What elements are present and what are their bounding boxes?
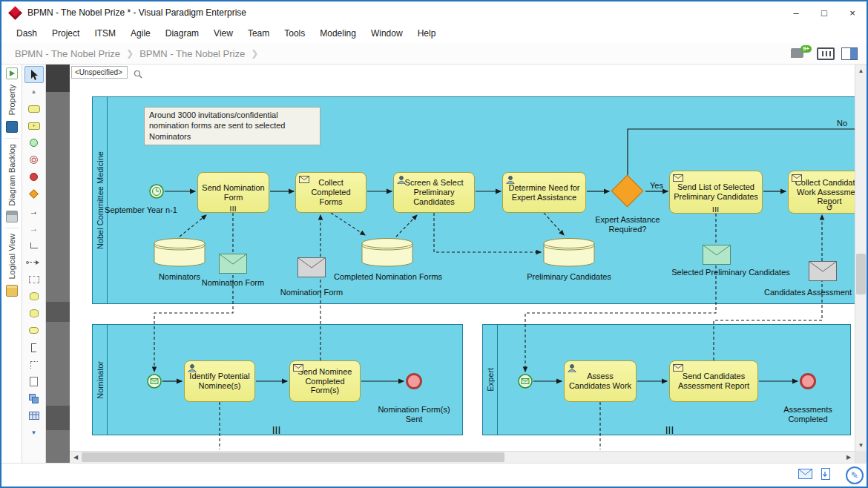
snapshot-button[interactable]	[817, 47, 835, 60]
end-event-nomination-forms-sent[interactable]	[406, 373, 422, 389]
cylinder-icon	[154, 237, 206, 267]
data-store-completed-nomination-forms[interactable]	[361, 237, 413, 270]
default-flow-tool[interactable]: →	[24, 220, 44, 237]
task-send-nomination-form[interactable]: Send Nomination Form |||	[197, 172, 269, 213]
horizontal-scrollbar-thumb[interactable]	[82, 452, 504, 462]
task-determine-need-for-expert-assistance[interactable]: Determine Need for Expert Assistance	[502, 172, 586, 213]
menu-dash[interactable]: Dash	[9, 25, 45, 42]
end-event-tool[interactable]	[24, 168, 44, 185]
start-message-event-expert[interactable]	[518, 374, 533, 392]
message-nomination-form-green[interactable]	[219, 254, 247, 277]
menu-itsm[interactable]: ITSM	[87, 25, 123, 42]
task-send-nominee-completed-forms[interactable]: Send Nominee Completed Form(s)	[289, 360, 361, 402]
task-send-candidates-assessment-report[interactable]: Send Candidates Assessment Report	[669, 360, 758, 402]
scroll-right-arrow[interactable]: ▶	[843, 452, 855, 463]
minimize-button[interactable]: –	[782, 1, 810, 24]
mail-icon[interactable]	[798, 469, 812, 482]
breadcrumb: BPMN - The Nobel Prize ❯ BPMN - The Nobe…	[1, 43, 867, 65]
breadcrumb-item-1[interactable]: BPMN - The Nobel Prize	[10, 48, 125, 59]
backlog-grid-icon[interactable]	[6, 211, 18, 222]
task-collect-completed-forms[interactable]: Collect Completed Forms	[295, 172, 366, 213]
gateway-tool[interactable]	[24, 185, 44, 202]
palette-scroll-down[interactable]: ▼	[24, 424, 44, 441]
message-nomination-form-gray[interactable]	[297, 257, 326, 280]
message-icon	[792, 174, 802, 184]
collapsed-panel-strip[interactable]	[46, 65, 70, 463]
scroll-down-arrow[interactable]: ▼	[855, 439, 867, 451]
task-identify-potential-nominees[interactable]: Identify Potential Nominee(s)	[184, 360, 255, 402]
event-label: Assessments Completed	[767, 405, 849, 424]
association-tool[interactable]	[24, 237, 44, 254]
start-message-event-nominator[interactable]	[147, 374, 162, 392]
corner-tool[interactable]	[24, 356, 44, 373]
copy-tool[interactable]	[24, 390, 44, 407]
task-assess-candidates-work[interactable]: Assess Candidates Work	[564, 360, 637, 402]
sub-process-tool[interactable]: +	[24, 117, 44, 134]
feedback-pen-icon[interactable]: ✎	[846, 466, 864, 484]
end-event-assessments-completed[interactable]	[800, 373, 816, 389]
vertical-scrollbar[interactable]: ▲ ▼	[855, 65, 867, 463]
vertical-scrollbar-thumb[interactable]	[856, 254, 866, 294]
app-window: BPMN - The Nobel Prize * - Visual Paradi…	[0, 0, 868, 488]
annotation-note[interactable]: Around 3000 invitations/confidential nom…	[144, 107, 320, 145]
sequence-flow-tool[interactable]: →	[24, 202, 44, 220]
start-event-tool[interactable]	[24, 134, 44, 151]
message-candidates-assessment[interactable]	[809, 261, 837, 284]
layout-panel-button[interactable]	[841, 47, 858, 60]
data-store-tool-2[interactable]	[24, 305, 44, 322]
tab-diagram-backlog[interactable]: Diagram Backlog	[7, 144, 16, 206]
user-icon	[568, 364, 576, 375]
data-object-tool[interactable]	[24, 322, 44, 339]
message-selected-preliminary-candidates[interactable]	[703, 245, 731, 268]
end-event-icon	[30, 173, 38, 181]
start-event-icon	[30, 139, 38, 147]
intermediate-event-tool[interactable]	[24, 151, 44, 168]
intermediate-event-icon	[30, 156, 38, 164]
property-pane-icon[interactable]	[6, 67, 18, 79]
data-store-nominators[interactable]	[154, 237, 206, 270]
menu-project[interactable]: Project	[45, 25, 87, 42]
group-tool[interactable]	[24, 271, 44, 288]
maximize-button[interactable]: □	[810, 1, 838, 24]
horizontal-scrollbar[interactable]: ◀ ▶	[70, 451, 855, 463]
data-store-preliminary-candidates[interactable]	[543, 237, 595, 270]
menu-modeling[interactable]: Modeling	[312, 25, 364, 42]
task-tool[interactable]	[24, 100, 44, 117]
message-icon	[673, 364, 683, 374]
palette-scroll-up[interactable]: ▲	[24, 83, 44, 100]
bracket-tool[interactable]	[24, 339, 44, 356]
tab-logical-view[interactable]: Logical View	[7, 234, 16, 280]
scrollbar-corner	[855, 451, 867, 463]
scroll-left-arrow[interactable]: ◀	[70, 452, 82, 463]
menu-team[interactable]: Team	[240, 25, 277, 42]
event-label: September Year n-1	[89, 205, 193, 215]
save-view-icon[interactable]	[6, 121, 18, 133]
menu-tools[interactable]: Tools	[277, 25, 312, 42]
task-screen-select-preliminary-candidates[interactable]: Screen & Select Preliminary Candidates	[393, 172, 475, 213]
logical-view-folder-icon[interactable]	[6, 285, 18, 297]
scroll-up-arrow[interactable]: ▲	[855, 65, 867, 76]
menu-view[interactable]: View	[206, 25, 240, 42]
diagram-canvas[interactable]: <Unspecified> Nobel Committee Medicine N…	[70, 65, 855, 451]
arrow-icon: →	[30, 207, 39, 216]
menu-help[interactable]: Help	[410, 25, 444, 42]
export-icon[interactable]	[821, 468, 832, 483]
task-send-list-of-selected-preliminary-candidates[interactable]: Send List of Selected Preliminary Candid…	[669, 171, 763, 214]
annotation-tool[interactable]	[24, 373, 44, 390]
tab-property[interactable]: Property	[7, 85, 16, 116]
data-store-tool[interactable]	[24, 288, 44, 305]
task-collect-candidates-work-assessment-report[interactable]: Collect Candidates Work Assessment Repor…	[788, 171, 855, 214]
notifications-button[interactable]: 9+	[791, 46, 810, 61]
menu-diagram[interactable]: Diagram	[158, 25, 206, 42]
gateway-yes-label: Yes	[645, 181, 668, 191]
close-button[interactable]: ×	[838, 1, 867, 24]
message-flow-tool[interactable]	[24, 254, 44, 271]
breadcrumb-item-2[interactable]: BPMN - The Nobel Prize	[135, 48, 249, 59]
envelope-icon	[518, 374, 533, 389]
menu-window[interactable]: Window	[364, 25, 410, 42]
menu-agile[interactable]: Agile	[123, 25, 158, 42]
table-tool[interactable]	[24, 407, 44, 424]
data-object-icon	[29, 327, 39, 334]
start-timer-event[interactable]	[149, 184, 164, 202]
pointer-tool[interactable]	[24, 66, 44, 83]
